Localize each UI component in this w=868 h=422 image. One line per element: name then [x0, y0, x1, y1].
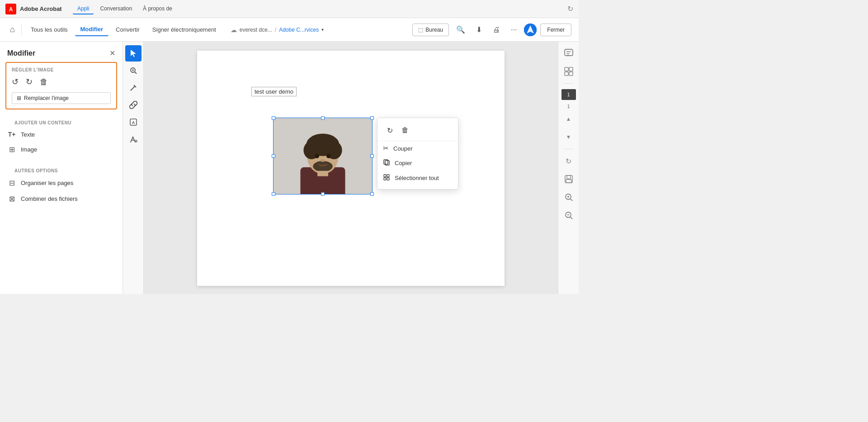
right-panel: 1 1 ▲ ▼ ↻ — [558, 42, 579, 294]
toolbar-sep-1 — [21, 24, 22, 35]
toolbar-convertir[interactable]: Convertir — [110, 24, 145, 36]
grid-icon — [564, 66, 574, 76]
pen-icon — [129, 135, 137, 143]
add-image-item[interactable]: ⊞ Image — [7, 142, 115, 157]
copy-icon-svg — [383, 159, 390, 166]
handle-bc[interactable] — [321, 192, 325, 196]
scroll-up-button[interactable]: ▲ — [561, 111, 577, 127]
scroll-down-button[interactable]: ▼ — [561, 129, 577, 145]
add-text-item[interactable]: T+ Texte — [7, 127, 115, 142]
toolbar-tous-outils[interactable]: Tous les outils — [25, 24, 73, 36]
adjust-icons-row: ↺ ↻ 🗑 — [12, 77, 111, 87]
handle-tl[interactable] — [272, 116, 275, 120]
search-button[interactable]: 🔍 — [453, 23, 469, 37]
toolbar-signer[interactable]: Signer électroniquement — [147, 24, 222, 36]
image-adjust-box: RÉGLER L'IMAGE ↺ ↻ 🗑 ⊞ Remplacer l'image — [5, 62, 117, 109]
svg-rect-37 — [565, 67, 568, 71]
context-copy-item[interactable]: Copier — [377, 156, 458, 171]
text-tool[interactable]: A — [125, 114, 142, 130]
user-avatar[interactable] — [524, 24, 537, 36]
more-button[interactable]: ··· — [507, 23, 520, 37]
svg-text:A: A — [9, 6, 13, 13]
add-image-label: Image — [21, 146, 37, 153]
svg-rect-29 — [384, 175, 386, 177]
svg-rect-42 — [567, 175, 571, 179]
context-select-all-item[interactable]: Sélectionner tout — [377, 171, 458, 185]
pen-tool[interactable] — [125, 131, 142, 147]
handle-mr[interactable] — [370, 154, 374, 158]
adobe-icon: A — [5, 4, 16, 14]
file-info: ☁ everest dce... / Adobe C...rvices ▾ — [231, 26, 324, 33]
context-delete-button[interactable]: 🗑 — [398, 123, 412, 137]
other-options-section: AUTRES OPTIONS ⊟ Organiser les pages ⊠ C… — [0, 161, 123, 210]
print-button[interactable]: 🖨 — [489, 23, 504, 37]
select-tool[interactable] — [125, 45, 142, 62]
svg-rect-38 — [569, 67, 573, 71]
panel-close-button[interactable]: ✕ — [109, 49, 115, 57]
zoom-in-button[interactable] — [561, 189, 577, 205]
copy-label: Copier — [395, 160, 412, 166]
replace-image-button[interactable]: ⊞ Remplacer l'image — [12, 92, 111, 104]
cut-icon: ✂ — [383, 144, 389, 152]
grid-view-button[interactable] — [561, 63, 577, 80]
replace-image-icon: ⊞ — [17, 95, 21, 101]
close-button[interactable]: Fermer — [540, 24, 571, 36]
delete-button[interactable]: 🗑 — [40, 77, 48, 87]
zoom-in-icon — [564, 193, 573, 202]
download-button[interactable]: ⬇ — [472, 23, 486, 37]
svg-line-9 — [135, 72, 137, 74]
bureau-label: Bureau — [425, 27, 443, 33]
bureau-button[interactable]: ⬚ Bureau — [412, 24, 449, 36]
svg-rect-26 — [317, 171, 328, 176]
handle-bl[interactable] — [272, 192, 275, 196]
main-content: Modifier ✕ RÉGLER L'IMAGE ↺ ↻ 🗑 ⊞ Rempla… — [0, 42, 579, 294]
zoom-out-button[interactable] — [561, 207, 577, 223]
app-name-label: Adobe Acrobat — [20, 5, 62, 12]
title-nav-apropos[interactable]: À propos de — [138, 4, 177, 14]
title-nav-appli[interactable]: Appli — [73, 4, 94, 14]
text-tool-icon: A — [129, 118, 137, 126]
tools-sidebar: A — [123, 42, 144, 294]
pdf-page: test user demo — [197, 51, 505, 286]
svg-point-22 — [313, 161, 333, 172]
cut-label: Couper — [393, 145, 413, 152]
refresh-view-button[interactable]: ↻ — [561, 153, 577, 169]
handle-tc[interactable] — [321, 116, 325, 120]
avatar-image — [524, 24, 537, 36]
edit-tool[interactable] — [125, 80, 142, 96]
context-cut-item[interactable]: ✂ Couper — [377, 141, 458, 156]
link-icon — [129, 101, 137, 109]
bureau-icon: ⬚ — [418, 27, 423, 33]
svg-text:A: A — [132, 120, 135, 125]
combiner-fichiers-item[interactable]: ⊠ Combiner des fichiers — [7, 191, 115, 207]
page-number: 1 — [567, 92, 570, 97]
title-nav-conversation[interactable]: Conversation — [95, 4, 137, 14]
svg-point-25 — [321, 159, 325, 162]
handle-tr[interactable] — [370, 116, 374, 120]
comment-button[interactable] — [561, 45, 577, 62]
file-dropdown-icon[interactable]: ▾ — [321, 27, 324, 32]
file-path-2[interactable]: Adobe C...rvices — [279, 27, 319, 33]
handle-ml[interactable] — [272, 154, 275, 158]
select-all-icon-svg — [383, 174, 390, 181]
handle-br[interactable] — [370, 192, 374, 196]
zoom-tool[interactable] — [125, 62, 142, 79]
redo-button[interactable]: ↻ — [26, 77, 33, 87]
link-tool[interactable] — [125, 97, 142, 113]
select-icon — [129, 49, 137, 57]
page-text-element[interactable]: test user demo — [251, 87, 297, 96]
canvas-area[interactable]: test user demo — [144, 42, 558, 294]
home-button[interactable]: ⌂ — [7, 22, 18, 37]
toolbar-modifier[interactable]: Modifier — [75, 23, 109, 36]
svg-line-47 — [571, 199, 572, 201]
organiser-pages-item[interactable]: ⊟ Organiser les pages — [7, 175, 115, 191]
context-menu-toolbar: ↻ 🗑 — [377, 122, 458, 141]
context-refresh-button[interactable]: ↻ — [383, 123, 396, 137]
toolbar-right: ⬚ Bureau 🔍 ⬇ 🖨 ··· Fermer — [412, 23, 571, 37]
svg-rect-33 — [565, 49, 573, 56]
other-section-label: AUTRES OPTIONS — [7, 165, 115, 175]
page-image-element[interactable] — [273, 118, 373, 194]
undo-button[interactable]: ↺ — [12, 77, 19, 87]
select-all-label: Sélectionner tout — [395, 175, 439, 181]
save-view-button[interactable] — [561, 171, 577, 187]
